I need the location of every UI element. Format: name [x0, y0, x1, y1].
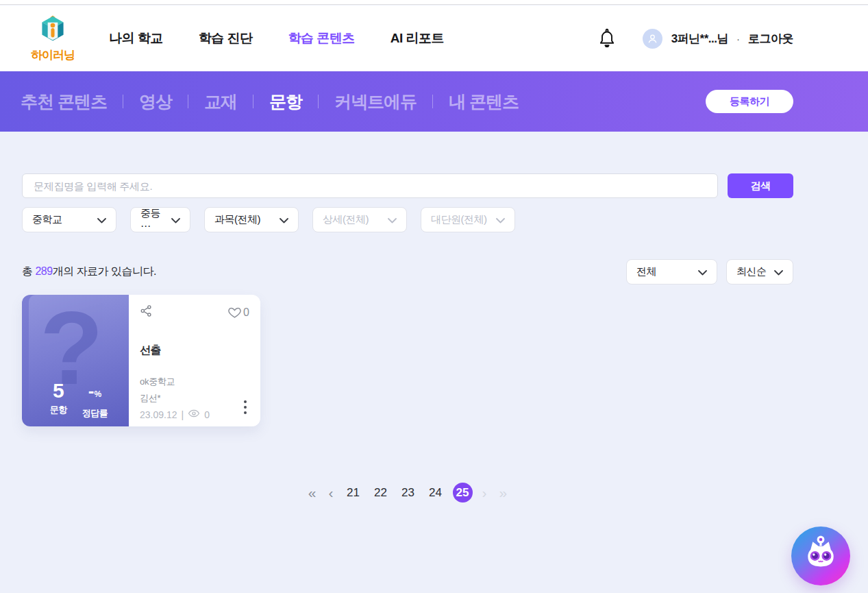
tab-separator — [253, 95, 253, 108]
card-date: 23.09.12 — [140, 409, 177, 420]
question-count-label: 문항 — [50, 404, 67, 416]
tab-textbook[interactable]: 교재 — [204, 90, 237, 113]
pagination-page-21[interactable]: 21 — [343, 483, 364, 503]
pagination: « ‹ 21 22 23 24 25 › » — [22, 482, 793, 503]
page: 하이러닝 나의 학교 학습 진단 학습 콘텐츠 AI 리포트 — [0, 0, 868, 593]
sort-select[interactable]: 최신순 — [726, 259, 793, 285]
results-count: 289 — [35, 265, 52, 277]
card-author: 김선* — [140, 392, 249, 404]
content-card[interactable]: ? 5 문항 -% 정답률 — [22, 295, 260, 426]
content-subnav: 추천 콘텐츠 영상 교재 문항 커넥트에듀 내 콘텐츠 등록하기 — [0, 71, 868, 132]
question-count-stat: 5 문항 — [50, 380, 67, 420]
card-meta-separator: | — [182, 409, 184, 420]
chevron-down-icon — [280, 214, 288, 226]
chevron-down-icon — [171, 214, 180, 226]
view-count: 0 — [204, 409, 210, 420]
type-filter-value: 전체 — [636, 265, 656, 278]
sort-value: 최신순 — [736, 265, 767, 278]
accuracy-unit: % — [95, 389, 102, 399]
main-nav: 나의 학교 학습 진단 학습 콘텐츠 AI 리포트 — [109, 29, 444, 47]
logo-cube-icon — [38, 14, 68, 47]
filter-grade-value: 중등 ⋯ — [140, 207, 171, 232]
accuracy-value: -% — [88, 380, 101, 404]
filter-grade[interactable]: 중등 ⋯ — [130, 207, 190, 232]
pagination-page-25-active[interactable]: 25 — [453, 483, 473, 503]
accuracy-stat: -% 정답률 — [82, 380, 108, 420]
accuracy-label: 정답률 — [82, 407, 108, 420]
type-filter-select[interactable]: 전체 — [626, 259, 717, 285]
card-body: 0 선출 ok중학교 김선* 23.09.12 | 0 — [129, 295, 260, 426]
filter-school-level[interactable]: 중학교 — [22, 207, 116, 232]
views-eye-icon — [188, 409, 200, 420]
cat-robot-icon — [799, 533, 842, 579]
tab-separator — [188, 95, 188, 108]
top-divider — [0, 0, 868, 5]
pagination-page-23[interactable]: 23 — [398, 483, 419, 503]
pagination-next-button: › — [480, 483, 490, 503]
pagination-page-22[interactable]: 22 — [371, 483, 391, 503]
filters-row: 중학교 중등 ⋯ 과목(전체) 상세(전체) 대단원(전체) — [22, 207, 515, 232]
card-thumbnail: ? 5 문항 -% 정답률 — [22, 295, 129, 426]
kebab-menu-icon[interactable] — [243, 399, 248, 415]
tab-separator — [432, 95, 433, 108]
pagination-page-24[interactable]: 24 — [425, 483, 446, 503]
tab-video[interactable]: 영상 — [139, 90, 172, 113]
card-title: 선출 — [140, 343, 249, 358]
card-top-actions: 0 — [140, 304, 249, 320]
card-thumbnail-cover: ? 5 문항 -% 정답률 — [29, 295, 129, 426]
logo-text: 하이러닝 — [31, 47, 75, 63]
chevron-down-icon — [774, 266, 783, 278]
chatbot-mascot-button[interactable] — [791, 527, 850, 585]
search-input[interactable] — [22, 173, 718, 198]
search-row: 검색 — [22, 173, 793, 198]
card-school: ok중학교 — [140, 376, 249, 388]
subnav-tabs: 추천 콘텐츠 영상 교재 문항 커넥트에듀 내 콘텐츠 — [21, 90, 519, 113]
results-suffix: 개의 자료가 있습니다. — [53, 265, 156, 277]
tab-connect-edu[interactable]: 커넥트에듀 — [334, 90, 417, 113]
nav-item-ai-report[interactable]: AI 리포트 — [390, 29, 444, 47]
filter-subject-value: 과목(전체) — [214, 213, 260, 226]
nav-item-learning-diagnosis[interactable]: 학습 진단 — [199, 29, 253, 47]
tab-my-contents[interactable]: 내 콘텐츠 — [449, 90, 519, 113]
logo[interactable]: 하이러닝 — [31, 14, 75, 63]
card-stats: 5 문항 -% 정답률 — [29, 380, 129, 420]
results-bar: 총 289개의 자료가 있습니다. 전체 최신순 — [22, 259, 793, 285]
nav-item-learning-contents[interactable]: 학습 콘텐츠 — [288, 29, 355, 47]
logout-button[interactable]: 로그아웃 — [748, 31, 793, 47]
filter-major-unit: 대단원(전체) — [421, 207, 515, 232]
chevron-down-icon — [97, 214, 106, 226]
nav-item-my-school[interactable]: 나의 학교 — [109, 29, 163, 47]
tab-separator — [123, 95, 123, 108]
user-menu-separator: · — [736, 33, 740, 45]
card-meta: 23.09.12 | 0 — [140, 409, 249, 420]
results-selects: 전체 최신순 — [626, 259, 793, 285]
header-right: 3퍼닌**...님 · 로그아웃 — [597, 28, 793, 49]
filter-detail: 상세(전체) — [312, 207, 407, 232]
filter-major-unit-value: 대단원(전체) — [431, 213, 487, 226]
tab-separator — [318, 95, 319, 108]
tab-question-items[interactable]: 문항 — [269, 90, 302, 113]
results-total-text: 총 289개의 자료가 있습니다. — [22, 265, 156, 279]
search-button[interactable]: 검색 — [728, 173, 793, 198]
like-button[interactable]: 0 — [227, 306, 249, 319]
user-name: 3퍼닌**...님 — [671, 31, 728, 47]
chevron-down-icon — [698, 266, 707, 278]
filter-detail-value: 상세(전체) — [323, 213, 369, 226]
share-icon[interactable] — [140, 304, 153, 320]
pagination-prev-button[interactable]: ‹ — [326, 483, 336, 503]
chevron-down-icon — [496, 214, 505, 226]
chevron-down-icon — [388, 214, 397, 226]
pagination-first-button[interactable]: « — [306, 483, 319, 503]
register-button[interactable]: 등록하기 — [706, 90, 793, 113]
notification-bell-icon[interactable] — [597, 28, 617, 49]
filter-school-level-value: 중학교 — [32, 213, 62, 226]
filter-subject[interactable]: 과목(전체) — [204, 207, 299, 232]
header: 하이러닝 나의 학교 학습 진단 학습 콘텐츠 AI 리포트 — [0, 5, 868, 71]
user-avatar[interactable] — [643, 29, 662, 49]
results-prefix: 총 — [22, 265, 35, 277]
question-count-value: 5 — [53, 380, 64, 401]
like-count: 0 — [243, 306, 249, 319]
pagination-last-button: » — [497, 483, 510, 503]
tab-recommended-contents[interactable]: 추천 콘텐츠 — [21, 90, 107, 113]
